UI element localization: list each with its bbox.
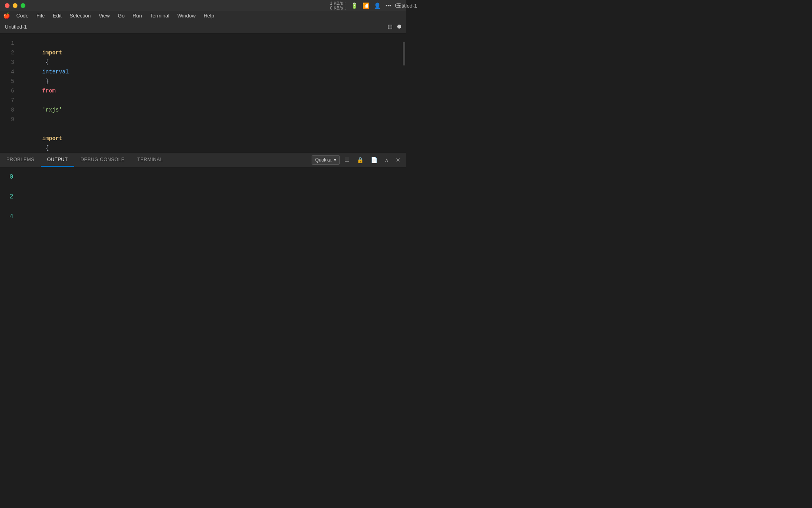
quokka-label: Quokka [315, 157, 331, 163]
battery-icon: 🔋 [351, 2, 358, 9]
menu-terminal[interactable]: Terminal [147, 12, 172, 19]
code-editor[interactable]: import { interval } from 'rxjs' import {… [21, 34, 402, 153]
editor-scrollbar[interactable] [402, 34, 406, 153]
apple-menu[interactable]: 🍎 [3, 12, 10, 19]
title-bar-right: 1 KB/s ↑0 KB/s ↓ 🔋 📶 👤 ••• ☰ [330, 1, 401, 10]
line-numbers: 1 2 3 4 5 6 7 8 9 [0, 34, 21, 153]
menu-go[interactable]: Go [115, 12, 128, 19]
panel-tab-bar: PROBLEMS OUTPUT DEBUG CONSOLE TERMINAL Q… [0, 153, 406, 167]
tab-problems[interactable]: PROBLEMS [0, 153, 41, 167]
collapse-button[interactable]: ∧ [382, 155, 391, 165]
editor-area[interactable]: 1 2 3 4 5 6 7 8 9 import { interval } fr… [0, 34, 406, 153]
panel-tab-list: PROBLEMS OUTPUT DEBUG CONSOLE TERMINAL [0, 153, 169, 167]
split-editor-icon[interactable]: ⊟ [387, 23, 393, 31]
window-title: Untitled-1 [395, 3, 406, 9]
menu-file[interactable]: File [33, 12, 48, 19]
panel: PROBLEMS OUTPUT DEBUG CONSOLE TERMINAL Q… [0, 153, 406, 254]
output-value-1: 2 [10, 193, 396, 200]
tab-debug-console[interactable]: DEBUG CONSOLE [74, 153, 131, 167]
tab-bar: Untitled-1 ⊟ [0, 20, 406, 34]
scrollbar-thumb[interactable] [403, 42, 405, 65]
tab-terminal[interactable]: TERMINAL [131, 153, 169, 167]
menu-selection[interactable]: Selection [66, 12, 94, 19]
list-lines-button[interactable]: ☰ [342, 155, 352, 165]
menu-bar: 🍎 Code File Edit Selection View Go Run T… [0, 11, 406, 20]
traffic-lights [5, 3, 25, 8]
user-icon: 👤 [374, 2, 381, 9]
more-icon: ••• [385, 2, 391, 9]
code-line-1: import { interval } from 'rxjs' [21, 38, 402, 124]
quokka-dropdown[interactable]: Quokka ▾ [312, 155, 340, 165]
file-button[interactable]: 📄 [368, 155, 380, 165]
menu-edit[interactable]: Edit [50, 12, 65, 19]
menu-help[interactable]: Help [200, 12, 217, 19]
minimize-button[interactable] [13, 3, 17, 8]
output-value-2: 4 [10, 213, 396, 220]
close-button[interactable] [5, 3, 10, 8]
menu-view[interactable]: View [96, 12, 113, 19]
output-value-0: 0 [10, 173, 396, 181]
code-line-2: import { map } from 'rxjs/operators' [21, 124, 402, 153]
tab-output[interactable]: OUTPUT [41, 153, 74, 167]
network-info: 1 KB/s ↑0 KB/s ↓ [330, 1, 346, 10]
wifi-icon: 📶 [362, 2, 369, 9]
unsaved-dot [397, 25, 401, 29]
menu-run[interactable]: Run [129, 12, 145, 19]
title-bar: Untitled-1 1 KB/s ↑0 KB/s ↓ 🔋 📶 👤 ••• ☰ [0, 0, 406, 11]
chevron-down-icon: ▾ [334, 157, 336, 163]
menu-code[interactable]: Code [13, 12, 32, 19]
maximize-button[interactable] [21, 3, 25, 8]
close-panel-button[interactable]: ✕ [393, 155, 403, 165]
panel-output-content: 0 2 4 [0, 167, 406, 254]
active-tab-title[interactable]: Untitled-1 [5, 24, 27, 30]
tab-bar-actions: ⊟ [387, 23, 401, 31]
lock-button[interactable]: 🔒 [354, 155, 366, 165]
menu-window[interactable]: Window [174, 12, 199, 19]
